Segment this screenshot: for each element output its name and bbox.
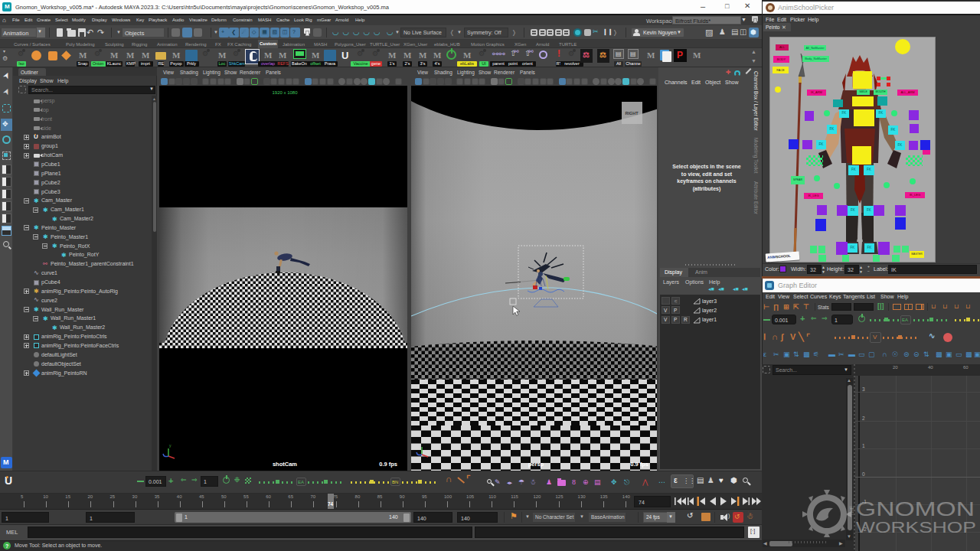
svg-text:1920 x 1080: 1920 x 1080 <box>272 90 298 95</box>
svg-text:RIGHT: RIGHT <box>625 111 639 116</box>
svg-text:GNOMON: GNOMON <box>856 497 975 520</box>
svg-text:0.9 fps: 0.9 fps <box>379 461 397 468</box>
svg-text:persp: persp <box>528 461 544 468</box>
svg-text:THE: THE <box>849 505 854 516</box>
svg-text:WORKSHOP: WORKSHOP <box>856 519 976 536</box>
svg-text:shotCam: shotCam <box>273 461 297 468</box>
svg-text:0.9 fps: 0.9 fps <box>630 461 648 468</box>
